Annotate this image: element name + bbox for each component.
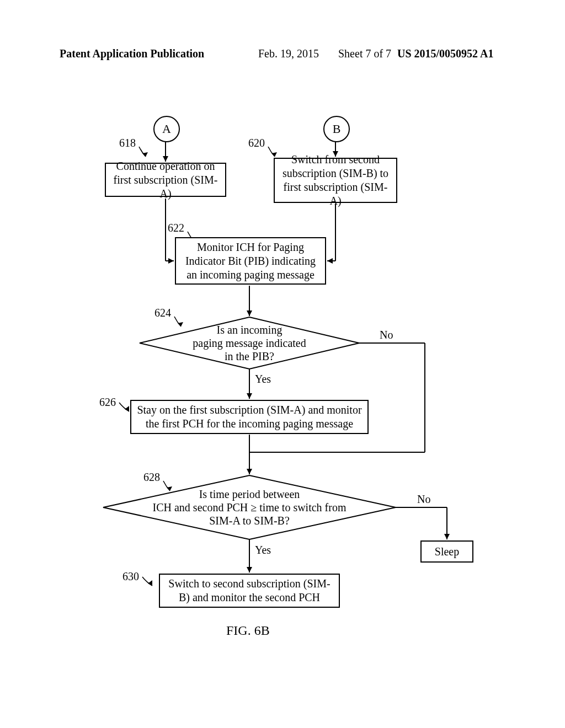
decision-628-text: Is time period between ICH and second PC… <box>153 488 347 527</box>
ref-618: 618 <box>119 137 136 149</box>
connector-b-label: B <box>333 122 341 136</box>
branch-624-no: No <box>380 329 393 341</box>
decision-628: Is time period between ICH and second PC… <box>103 475 396 539</box>
ref-630: 630 <box>122 570 139 583</box>
box-620-text: Switch from second subscription (SIM-B) … <box>280 153 391 208</box>
box-618: Continue operation on first subscription… <box>105 163 226 197</box>
connector-a: A <box>153 116 180 142</box>
decision-624-text: Is an incoming paging message indicated … <box>193 323 306 363</box>
box-618-text: Continue operation on first subscription… <box>111 159 220 201</box>
box-620: Switch from second subscription (SIM-B) … <box>274 158 397 203</box>
ref-626: 626 <box>99 396 116 409</box>
box-sleep-text: Sleep <box>435 545 459 559</box>
box-630-text: Switch to second subscription (SIM-B) an… <box>166 577 333 604</box>
branch-628-no: No <box>417 493 430 506</box>
branch-628-yes: Yes <box>255 544 271 556</box>
decision-624: Is an incoming paging message indicated … <box>140 317 359 369</box>
box-626-text: Stay on the first subscription (SIM-A) a… <box>137 403 362 431</box>
ref-622: 622 <box>168 222 184 234</box>
box-622: Monitor ICH for Paging Indicator Bit (PI… <box>175 237 326 285</box>
box-630: Switch to second subscription (SIM-B) an… <box>159 574 340 608</box>
box-622-text: Monitor ICH for Paging Indicator Bit (PI… <box>182 240 319 282</box>
figure-caption: FIG. 6B <box>226 623 270 638</box>
connector-a-label: A <box>162 122 171 136</box>
ref-620: 620 <box>248 137 265 149</box>
box-sleep: Sleep <box>420 540 473 563</box>
box-626: Stay on the first subscription (SIM-A) a… <box>130 400 369 434</box>
branch-624-yes: Yes <box>255 373 271 386</box>
connector-b: B <box>323 116 350 142</box>
